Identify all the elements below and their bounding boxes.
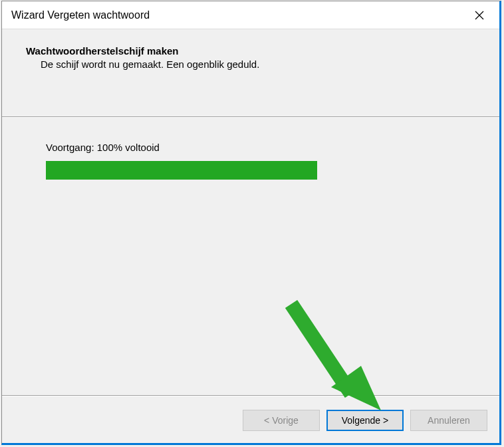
progress-fill [46,161,317,180]
next-button[interactable]: Volgende > [326,410,404,431]
content-area: Wachtwoordherstelschijf maken De schijf … [2,29,499,180]
back-button: < Vorige [243,410,320,431]
close-icon [475,11,484,20]
cancel-button: Annuleren [410,410,487,431]
wizard-window: Wizard Vergeten wachtwoord Wachtwoordher… [1,1,501,445]
page-subheading: De schijf wordt nu gemaakt. Een ogenblik… [41,59,475,70]
titlebar: Wizard Vergeten wachtwoord [2,1,499,29]
progress-bar [46,161,317,180]
page-heading: Wachtwoordherstelschijf maken [26,45,475,57]
footer-separator [2,395,499,396]
progress-section: Voortgang: 100% voltooid [26,142,475,180]
progress-label: Voortgang: 100% voltooid [46,142,475,153]
svg-marker-4 [331,366,381,410]
svg-line-3 [291,304,351,394]
arrow-annotation-icon [281,294,388,420]
close-button[interactable] [465,4,494,27]
header-separator [2,116,499,118]
window-title: Wizard Vergeten wachtwoord [11,9,150,21]
button-bar: < Vorige Volgende > Annuleren [243,410,487,431]
